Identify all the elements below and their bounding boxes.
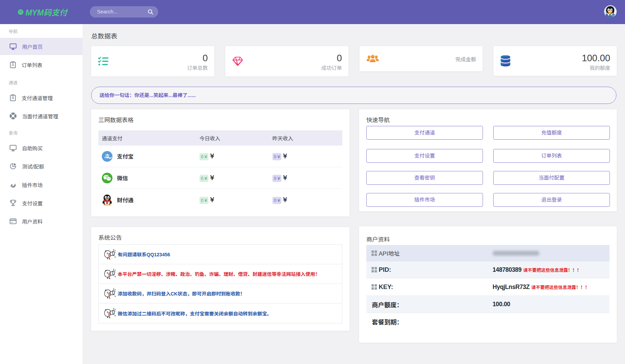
- svg-text:O: O: [612, 14, 614, 17]
